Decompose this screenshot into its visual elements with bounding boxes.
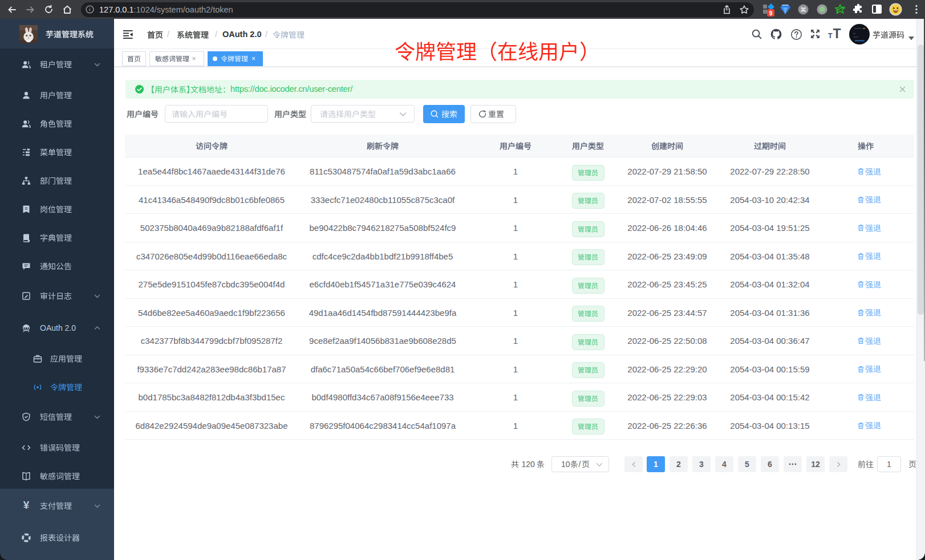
svg-text:⌘: ⌘ (800, 6, 806, 13)
svg-text:9: 9 (769, 10, 773, 17)
